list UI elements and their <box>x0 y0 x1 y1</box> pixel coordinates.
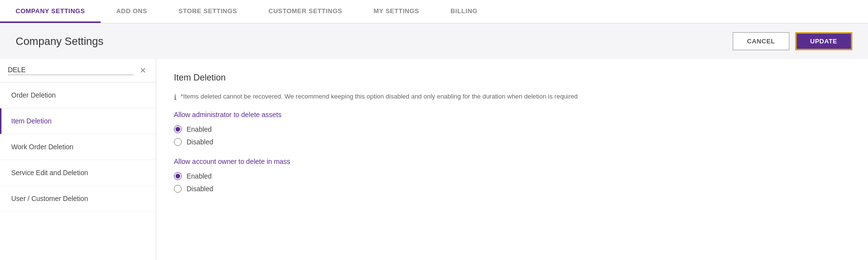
subsection2-enabled-option[interactable]: Enabled <box>174 172 850 180</box>
subsection2-radio-group: Enabled Disabled <box>174 172 850 193</box>
subsection2-disabled-label: Disabled <box>187 185 213 193</box>
subsection1-disabled-radio[interactable] <box>174 138 182 146</box>
clear-search-button[interactable]: ✕ <box>138 66 148 75</box>
sidebar-search-container: ✕ <box>0 59 156 82</box>
sidebar: ✕ Order Deletion Item Deletion Work Orde… <box>0 59 156 260</box>
subsection2-enabled-radio[interactable] <box>174 172 182 180</box>
sidebar-search-input[interactable] <box>8 66 134 75</box>
nav-company-settings[interactable]: COMPANY SETTINGS <box>0 0 101 23</box>
subsection1-radio-group: Enabled Disabled <box>174 125 850 146</box>
subsection2-label: Allow account owner to delete in mass <box>174 158 850 165</box>
nav-customer-settings[interactable]: CUSTOMER SETTINGS <box>253 0 358 23</box>
info-text: *Items deleted cannot be recovered. We r… <box>181 93 578 100</box>
nav-add-ons[interactable]: ADD ONS <box>101 0 163 23</box>
info-icon: ℹ <box>174 93 177 102</box>
subsection1-disabled-label: Disabled <box>187 138 213 146</box>
subsection2-disabled-radio[interactable] <box>174 185 182 193</box>
sidebar-item-service-edit-deletion[interactable]: Service Edit and Deletion <box>0 160 156 186</box>
top-navigation: COMPANY SETTINGS ADD ONS STORE SETTINGS … <box>0 0 868 23</box>
info-row: ℹ *Items deleted cannot be recovered. We… <box>174 93 850 102</box>
header-actions: CANCEL UPDATE <box>733 32 852 50</box>
page-title: Company Settings <box>16 35 104 48</box>
nav-store-settings[interactable]: STORE SETTINGS <box>163 0 253 23</box>
sidebar-item-order-deletion[interactable]: Order Deletion <box>0 82 156 108</box>
subsection2-disabled-option[interactable]: Disabled <box>174 185 850 193</box>
content-area: Item Deletion ℹ *Items deleted cannot be… <box>156 59 868 260</box>
subsection1-enabled-option[interactable]: Enabled <box>174 125 850 133</box>
sidebar-item-work-order-deletion[interactable]: Work Order Deletion <box>0 134 156 160</box>
update-button[interactable]: UPDATE <box>795 32 852 50</box>
sidebar-item-user-customer-deletion[interactable]: User / Customer Deletion <box>0 186 156 212</box>
nav-billing[interactable]: BILLING <box>435 0 493 23</box>
subsection1-enabled-label: Enabled <box>187 125 212 133</box>
content-section-title: Item Deletion <box>174 73 850 83</box>
header-bar: Company Settings CANCEL UPDATE <box>0 23 868 59</box>
cancel-button[interactable]: CANCEL <box>733 32 789 50</box>
main-layout: ✕ Order Deletion Item Deletion Work Orde… <box>0 59 868 260</box>
subsection2-enabled-label: Enabled <box>187 172 212 180</box>
subsection1-label: Allow administrator to delete assets <box>174 111 850 119</box>
subsection1-enabled-radio[interactable] <box>174 125 182 133</box>
nav-my-settings[interactable]: MY SETTINGS <box>358 0 435 23</box>
sidebar-item-item-deletion[interactable]: Item Deletion <box>0 108 156 134</box>
subsection1-disabled-option[interactable]: Disabled <box>174 138 850 146</box>
